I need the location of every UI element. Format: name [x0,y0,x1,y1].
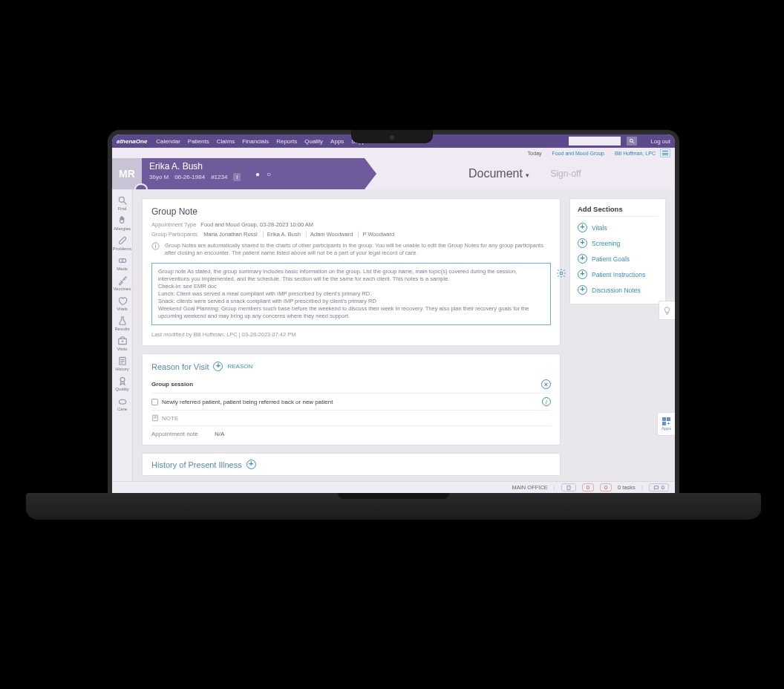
info-icon[interactable]: i [542,397,551,406]
nav-quality[interactable]: Quality [304,138,323,145]
nav-apps[interactable]: Apps [330,138,344,145]
logout-link[interactable]: Log out [650,138,670,145]
step-document[interactable]: Document ▾ [468,167,529,180]
sidebar-meds[interactable]: Meds [112,254,132,272]
sidebar-vaccines[interactable]: Vaccines [112,274,132,293]
add-section-patient-instructions[interactable]: Patient Instructions [578,267,658,282]
patient-name: Erika A. Bush [149,161,357,172]
info-chip-icon[interactable]: i [233,173,241,181]
clipboard-pill[interactable] [561,483,576,492]
sidebar-results[interactable]: Results [112,314,132,333]
group-note-title: Group Note [151,206,551,217]
tasks-label[interactable]: 0 tasks [618,484,636,491]
add-sections-card: Add Sections Vitals Screening Patient Go… [569,198,666,304]
group-note-textarea[interactable]: Group note As stated, the group summary … [151,263,551,326]
add-icon [578,223,587,232]
svg-line-3 [123,202,126,205]
svg-rect-20 [567,486,570,489]
svg-point-16 [560,272,563,275]
sidebar-care[interactable]: Care [112,394,132,413]
hand-icon [117,215,128,226]
messages-pill[interactable]: 0 [649,483,669,492]
sidebar-visits[interactable]: Visits [112,334,132,353]
close-icon[interactable]: × [541,379,551,389]
nav-calendar[interactable]: Calendar [156,138,180,145]
count-pill-1[interactable]: 0 [582,483,594,492]
count-pill-2[interactable]: 0 [600,483,612,492]
gear-icon[interactable] [556,268,566,278]
nav-financials[interactable]: Financials [242,138,269,145]
add-icon [578,254,587,264]
hamburger-icon[interactable] [660,148,670,157]
patient-age-sex: 36yo M [149,174,169,180]
checkbox-icon[interactable] [151,399,158,405]
sidebar-quality[interactable]: Quality [112,374,132,393]
nav-patients[interactable]: Patients [188,138,209,145]
add-section-patient-goals[interactable]: Patient Goals [578,251,658,267]
add-section-discussion-notes[interactable]: Discussion Notes [578,282,658,298]
add-section-screening[interactable]: Screening [578,235,658,251]
lightbulb-icon[interactable] [659,301,675,320]
patient-summary[interactable]: Erika A. Bush 36yo M 06-26-1984 #1234 i … [142,158,365,189]
patient-id: #1234 [211,174,227,180]
hands-icon [117,396,128,406]
nav-reports[interactable]: Reports [276,138,297,145]
info-message: Group Notes are automatically shared to … [151,242,551,257]
svg-point-2 [119,197,124,202]
progress-dots-icon: ● ○ [255,170,273,178]
svg-line-1 [633,142,634,143]
sidebar-vitals[interactable]: Vitals [112,294,132,313]
caret-down-icon: ▾ [526,172,529,179]
global-search-input[interactable] [569,137,621,146]
appt-note-value: N/A [215,431,224,437]
nav-links: Calendar Patients Claims Financials Repo… [156,138,372,145]
search-icon [117,195,128,206]
reason-for-visit-card: Reason for Visit REASON Group session × [142,353,561,445]
office-label: MAIN OFFICE [512,484,547,491]
group-note-card: Group Note Appointment TypeFood and Mood… [142,198,561,346]
add-icon[interactable] [246,460,256,469]
left-icon-sidebar: Find Allergies Problems Meds Vaccines [112,189,133,481]
main-area: Group Note Appointment TypeFood and Mood… [133,189,675,481]
hpi-title: History of Present Illness [151,460,242,469]
flask-icon [117,316,128,326]
briefcase-icon [117,336,128,346]
reason-link[interactable]: REASON [227,363,252,370]
patient-banner: MR Erika A. Bush 36yo M 06-26-1984 #1234… [112,158,675,189]
syringe-icon [117,275,128,286]
info-icon [151,242,160,257]
sidebar-history[interactable]: History [112,354,132,373]
apps-grid-icon: + [662,417,670,425]
add-sections-title: Add Sections [578,205,658,217]
context-group-link[interactable]: Food and Mood Group [552,151,604,156]
status-bar: MAIN OFFICE | 0 0 0 tasks | 0 [112,481,675,493]
sidebar-find[interactable]: Find [112,194,132,212]
referral-checkbox-row[interactable]: Newly referred patient, patient being re… [151,399,333,405]
heart-icon [117,295,128,306]
svg-point-12 [120,377,125,382]
context-bar: Today : Food and Mood Group : Bill Hoffm… [112,148,675,158]
step-signoff[interactable]: Sign-off [550,169,581,179]
last-modified-text: Last modified by Bill Hoffman, LPC | 03-… [151,331,551,338]
add-section-vitals[interactable]: Vitals [578,220,658,235]
brand-logo: athenaOne [117,138,147,145]
global-search-button[interactable] [627,137,637,146]
participants-list: Maria Jonathan Rossi Erika A. Bush Adam … [203,231,398,238]
context-user-link[interactable]: Bill Hoffman, LPC [615,151,656,156]
sidebar-problems[interactable]: Problems [112,234,132,252]
note-indicator[interactable]: NOTE [151,410,551,425]
nav-claims[interactable]: Claims [217,138,235,145]
today-label: Today [528,151,542,156]
svg-point-0 [630,139,633,142]
svg-rect-4 [118,237,126,245]
patient-dob: 06-26-1984 [174,174,205,180]
appt-note-label: Appointment note [151,431,198,437]
hpi-card: History of Present Illness [142,453,561,476]
sidebar-allergies[interactable]: Allergies [112,214,132,232]
appointment-type-value: Food and Mood Group, 03-28-2023 10:00 AM [200,221,313,228]
add-icon[interactable] [213,362,223,371]
bandage-icon [117,235,128,246]
apps-fab[interactable]: + Apps [657,412,675,436]
add-icon [578,285,587,295]
workflow-steps: Document ▾ Sign-off [365,158,675,189]
